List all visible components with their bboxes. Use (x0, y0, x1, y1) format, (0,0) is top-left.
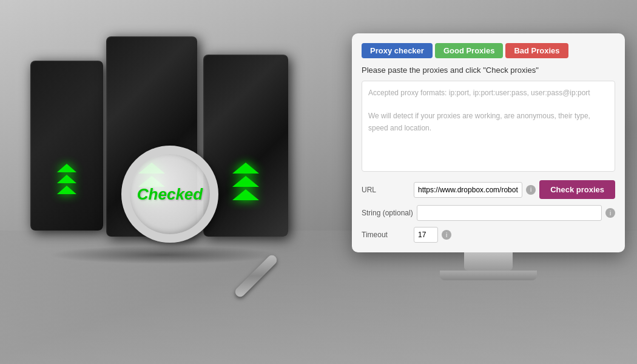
string-info-icon[interactable]: i (605, 208, 615, 218)
string-row: String (optional) i (362, 205, 615, 221)
tab-good-proxies[interactable]: Good Proxies (435, 43, 504, 58)
url-info-icon[interactable]: i (526, 185, 536, 195)
checked-label: Checked (137, 185, 203, 204)
monitor-base (440, 271, 537, 280)
timeout-row: Timeout i (362, 227, 615, 243)
arrow-icon (57, 164, 76, 172)
magnifier: Checked (121, 146, 255, 279)
monitor: Proxy checker Good Proxies Bad Proxies P… (352, 33, 625, 280)
arrow-icon (57, 175, 76, 183)
url-label: URL (362, 186, 410, 194)
server-left-arrows (30, 164, 103, 194)
arrow-icon (57, 186, 76, 194)
magnifier-glass: Checked (121, 146, 218, 243)
proxy-input[interactable]: Accepted proxy formats: ip:port, ip:port… (362, 81, 615, 172)
server-left (30, 61, 103, 231)
monitor-screen: Proxy checker Good Proxies Bad Proxies P… (352, 33, 625, 252)
check-proxies-button[interactable]: Check proxies (539, 180, 615, 199)
string-label: String (optional) (362, 209, 413, 217)
string-input[interactable] (417, 205, 602, 221)
url-row: URL i Check proxies (362, 180, 615, 199)
monitor-stand (464, 252, 513, 271)
tab-bar: Proxy checker Good Proxies Bad Proxies (362, 43, 615, 58)
tab-proxy-checker[interactable]: Proxy checker (362, 43, 433, 58)
url-input[interactable] (414, 182, 522, 198)
timeout-label: Timeout (362, 231, 410, 239)
description-text: Please paste the proxies and click "Chec… (362, 66, 615, 75)
timeout-input[interactable] (414, 227, 438, 243)
tab-bad-proxies[interactable]: Bad Proxies (505, 43, 568, 58)
servers-scene: Checked (12, 24, 340, 303)
timeout-info-icon[interactable]: i (442, 230, 451, 240)
